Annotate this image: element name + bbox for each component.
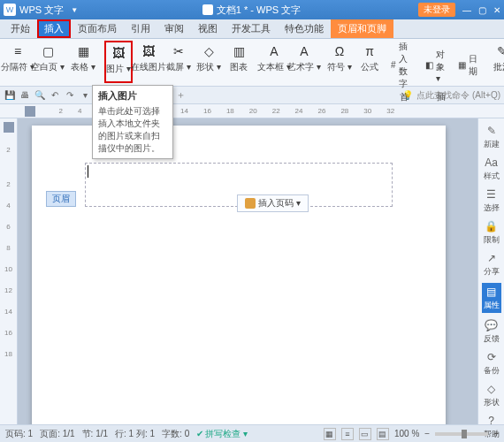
qat-print-icon[interactable]: 🖶	[19, 89, 31, 102]
insert-page-number-button[interactable]: 插入页码 ▾	[237, 194, 309, 212]
tab-layout[interactable]: 页面布局	[71, 19, 124, 38]
sidebar-label: 反馈	[484, 333, 500, 345]
picture-button[interactable]: 🖼图片 ▾	[104, 41, 133, 83]
vertical-ruler[interactable]: 224681012141618	[0, 118, 18, 424]
shapes-button[interactable]: ◇形状 ▾	[195, 41, 223, 83]
status-pages[interactable]: 页面: 1/1	[40, 428, 74, 440]
sidebar-label: 样式	[484, 171, 500, 182]
sidebar-icon: ☰	[485, 187, 499, 202]
ruler-mark: 2	[6, 180, 10, 188]
status-spellcheck[interactable]: ✔ 拼写检查 ▾	[196, 428, 248, 440]
sidebar-label: 属性	[484, 300, 500, 311]
sidebar-item-形状[interactable]: ◇形状	[484, 382, 500, 408]
sidebar-item-备份[interactable]: ⟳备份	[484, 350, 500, 377]
zoom-in-button[interactable]: +	[493, 429, 499, 438]
symbol-button[interactable]: Ω符号 ▾	[325, 41, 354, 83]
zoom-out-button[interactable]: −	[424, 429, 430, 438]
sidebar-item-新建[interactable]: ✎新建	[484, 124, 500, 150]
chart-button[interactable]: ▥图表	[225, 41, 253, 83]
maximize-button[interactable]: ▢	[478, 5, 486, 15]
blank-page-button[interactable]: ▢空白页 ▾	[34, 41, 62, 83]
status-bar: 页码: 1 页面: 1/1 节: 1/1 行: 1 列: 1 字数: 0 ✔ 拼…	[0, 424, 504, 442]
app-name: WPS 文字	[19, 4, 64, 17]
text-cursor	[88, 165, 88, 178]
status-section[interactable]: 节: 1/1	[82, 428, 108, 440]
horizontal-ruler[interactable]: 22468101214161820222426283032	[0, 104, 504, 118]
right-sidebar: ✎新建Aa样式☰选择🔒限制↗分享▤属性💬反馈⟳备份◇形状?帮助🔧工具	[477, 118, 504, 424]
textbox-button[interactable]: A文本框 ▾	[260, 41, 288, 83]
ruler-mark: 6	[6, 223, 10, 231]
new-tab-button[interactable]: ＋	[176, 88, 186, 102]
qat-save-icon[interactable]: 💾	[4, 89, 16, 102]
table-button[interactable]: ▦表格 ▾	[69, 41, 97, 83]
table-icon: ▦	[74, 42, 92, 60]
ruler-mark: 32	[386, 107, 394, 115]
ruler-mark: 30	[363, 107, 371, 115]
separator-button[interactable]: ≡分隔符 ▾	[4, 41, 32, 83]
view-reading-icon[interactable]: ▤	[377, 428, 389, 440]
document-canvas[interactable]: 页眉 插入页码 ▾	[18, 118, 477, 424]
header-tag-label: 页眉	[46, 191, 76, 207]
ribbon: ≡分隔符 ▾ ▢空白页 ▾ ▦表格 ▾ 🖼图片 ▾ 🖼在线图片 ✂截屏 ▾ ◇形…	[0, 39, 504, 87]
screenshot-button[interactable]: ✂截屏 ▾	[164, 41, 193, 83]
view-web-icon[interactable]: ▭	[359, 428, 371, 440]
wordart-button[interactable]: A艺术字 ▾	[290, 41, 318, 83]
tab-start[interactable]: 开始	[4, 19, 37, 38]
status-rowcol[interactable]: 行: 1 列: 1	[115, 428, 155, 440]
sidebar-item-属性[interactable]: ▤属性	[482, 283, 501, 313]
tooltip-title: 插入图片	[98, 89, 167, 103]
insert-number-button[interactable]: #插入数字 ◧对象 ▾ ▦日期	[391, 41, 477, 90]
comment-icon: ✎	[493, 42, 504, 60]
zoom-slider[interactable]	[435, 432, 488, 436]
tab-special[interactable]: 特色功能	[278, 19, 331, 38]
tab-review[interactable]: 审阅	[157, 19, 191, 38]
login-button[interactable]: 未登录	[418, 3, 455, 17]
tab-header-footer[interactable]: 页眉和页脚	[331, 19, 393, 38]
tab-insert[interactable]: 插入	[37, 19, 71, 38]
title-bar: W WPS 文字 ▼ 文档1 * - WPS 文字 未登录 — ▢ ✕	[0, 0, 504, 19]
close-button[interactable]: ✕	[493, 5, 500, 15]
ruler-mark: 4	[6, 202, 10, 210]
doc-icon	[202, 4, 213, 15]
page[interactable]: 页眉 插入页码 ▾	[32, 126, 446, 424]
ruler-mark: 14	[180, 107, 188, 115]
online-picture-button[interactable]: 🖼在线图片	[134, 41, 163, 83]
tab-developer[interactable]: 开发工具	[225, 19, 278, 38]
qat-more-icon[interactable]: ▾	[79, 89, 91, 102]
sidebar-item-样式[interactable]: Aa样式	[484, 156, 500, 182]
online-picture-icon: 🖼	[140, 42, 157, 60]
sidebar-icon: Aa	[485, 156, 499, 170]
comment-button[interactable]: ✎批注	[488, 41, 504, 83]
sidebar-item-限制[interactable]: 🔒限制	[484, 219, 500, 246]
sidebar-label: 备份	[484, 365, 500, 377]
formula-button[interactable]: π公式	[355, 41, 384, 83]
qat-redo-icon[interactable]: ↷	[64, 89, 76, 102]
sidebar-item-选择[interactable]: ☰选择	[484, 187, 500, 214]
zoom-value[interactable]: 100 %	[394, 429, 419, 438]
ruler-mark: 10	[4, 265, 12, 273]
ruler-margin-indicator	[4, 122, 14, 133]
ruler-mark: 18	[4, 350, 12, 358]
sidebar-icon: ⟳	[485, 350, 499, 364]
tab-references[interactable]: 引用	[124, 19, 157, 38]
status-chars[interactable]: 字数: 0	[162, 428, 189, 440]
view-print-layout-icon[interactable]: ▦	[324, 428, 336, 440]
ruler-mark: 22	[272, 107, 280, 115]
minimize-button[interactable]: —	[462, 5, 471, 15]
qat-preview-icon[interactable]: 🔍	[34, 89, 46, 102]
view-outline-icon[interactable]: ≡	[341, 428, 354, 440]
tooltip-body: 单击此处可选择插入本地文件夹的图片或来自扫描仪中的图片。	[98, 105, 167, 155]
sidebar-item-反馈[interactable]: 💬反馈	[484, 318, 500, 345]
app-menu-dropdown[interactable]: ▼	[71, 6, 78, 14]
status-page[interactable]: 页码: 1	[5, 428, 33, 440]
qat-undo-icon[interactable]: ↶	[49, 89, 61, 102]
sidebar-label: 分享	[484, 266, 500, 278]
ruler-mark: 8	[6, 244, 10, 252]
tab-view[interactable]: 视图	[191, 19, 225, 38]
number-icon: #	[391, 60, 396, 71]
sidebar-label: 形状	[484, 397, 500, 408]
page-number-icon	[245, 198, 256, 209]
sidebar-item-分享[interactable]: ↗分享	[484, 251, 500, 278]
sidebar-icon: ↗	[485, 251, 499, 265]
ruler-mark: 2	[6, 146, 10, 154]
